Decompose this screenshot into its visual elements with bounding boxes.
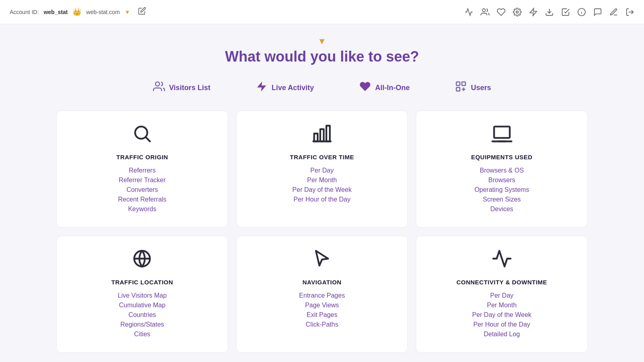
account-url[interactable]: web-stat.com xyxy=(86,9,120,15)
svg-point-0 xyxy=(483,8,485,11)
pulse-icon xyxy=(491,248,512,272)
card-traffic-location-title: TRAFFIC LOCATION xyxy=(111,279,173,286)
tab-live-activity-label: Live Activity xyxy=(272,84,314,92)
live-activity-icon xyxy=(256,80,268,95)
svg-point-1 xyxy=(516,11,518,13)
cursor-icon xyxy=(312,248,332,272)
link-referrers[interactable]: Referrers xyxy=(129,167,156,174)
chat-icon[interactable] xyxy=(593,8,602,16)
card-traffic-location-links: Live Visitors Map Cumulative Map Countri… xyxy=(118,292,167,338)
svg-line-14 xyxy=(146,138,150,141)
search-icon xyxy=(132,123,153,147)
tab-users[interactable]: Users xyxy=(448,77,497,99)
tab-visitors-list-label: Visitors List xyxy=(169,84,211,92)
link-per-day[interactable]: Per Day xyxy=(310,167,334,174)
link-live-visitors-map[interactable]: Live Visitors Map xyxy=(118,292,167,299)
card-traffic-over-time-links: Per Day Per Month Per Day of the Week Pe… xyxy=(292,167,351,203)
card-connectivity: CONNECTIVITY & DOWNTIME Per Day Per Mont… xyxy=(416,236,588,353)
link-conn-per-hour-of-day[interactable]: Per Hour of the Day xyxy=(473,321,530,328)
nav-icons xyxy=(464,8,634,16)
tab-all-in-one[interactable]: All-In-One xyxy=(353,77,416,99)
card-equipments-used: EQUIPMENTS USED Browsers & OS Browsers O… xyxy=(416,111,588,228)
bar-chart-icon xyxy=(312,123,332,147)
card-equipments-used-title: EQUIPMENTS USED xyxy=(471,154,533,160)
card-traffic-origin-links: Referrers Referrer Tracker Converters Re… xyxy=(118,167,166,213)
header-arrow-icon: ▼ xyxy=(56,36,588,47)
svg-rect-19 xyxy=(494,127,510,138)
link-page-views[interactable]: Page Views xyxy=(305,302,339,309)
svg-rect-11 xyxy=(462,82,466,86)
link-browsers-os[interactable]: Browsers & OS xyxy=(480,167,524,174)
link-countries[interactable]: Countries xyxy=(128,311,156,319)
card-navigation-title: NAVIGATION xyxy=(303,279,342,286)
analytics-icon[interactable] xyxy=(464,8,473,16)
settings-icon[interactable] xyxy=(513,8,522,16)
checkbox-icon[interactable] xyxy=(561,8,570,16)
svg-point-8 xyxy=(155,82,159,86)
link-referrer-tracker[interactable]: Referrer Tracker xyxy=(119,177,165,184)
logout-icon[interactable] xyxy=(625,8,634,16)
dropdown-arrow-icon[interactable]: ▼ xyxy=(125,9,130,15)
card-equipments-used-links: Browsers & OS Browsers Operating Systems… xyxy=(475,167,529,213)
bolt-icon[interactable] xyxy=(529,8,538,16)
svg-marker-9 xyxy=(257,82,266,92)
visitors-list-icon xyxy=(153,80,165,95)
link-operating-systems[interactable]: Operating Systems xyxy=(475,186,529,193)
link-per-hour-of-day[interactable]: Per Hour of the Day xyxy=(293,196,350,203)
link-per-day-of-week[interactable]: Per Day of the Week xyxy=(292,186,351,193)
link-keywords[interactable]: Keywords xyxy=(128,206,156,213)
link-cumulative-map[interactable]: Cumulative Map xyxy=(119,302,166,309)
top-navigation: Account ID: web_stat 👑 web-stat.com ▼ xyxy=(0,0,644,24)
account-label: Account ID: xyxy=(10,9,39,15)
card-navigation: NAVIGATION Entrance Pages Page Views Exi… xyxy=(236,236,408,353)
card-traffic-origin: TRAFFIC ORIGIN Referrers Referrer Tracke… xyxy=(56,111,228,228)
download-icon[interactable] xyxy=(545,8,554,16)
page-header: ▼ What would you like to see? xyxy=(56,36,588,65)
cards-grid: TRAFFIC ORIGIN Referrers Referrer Tracke… xyxy=(56,111,588,353)
link-conn-per-day-of-week[interactable]: Per Day of the Week xyxy=(472,311,531,319)
link-detailed-log[interactable]: Detailed Log xyxy=(484,331,520,338)
link-conn-per-month[interactable]: Per Month xyxy=(487,302,517,309)
tab-users-label: Users xyxy=(471,84,491,92)
card-connectivity-links: Per Day Per Month Per Day of the Week Pe… xyxy=(472,292,531,338)
link-recent-referrals[interactable]: Recent Referrals xyxy=(118,196,166,203)
card-connectivity-title: CONNECTIVITY & DOWNTIME xyxy=(456,279,547,286)
link-browsers[interactable]: Browsers xyxy=(488,177,515,184)
heart-nav-icon[interactable] xyxy=(497,8,506,16)
link-cities[interactable]: Cities xyxy=(134,331,150,338)
info-icon[interactable] xyxy=(577,8,586,16)
link-devices[interactable]: Devices xyxy=(490,206,513,213)
svg-rect-12 xyxy=(456,88,460,91)
link-screen-sizes[interactable]: Screen Sizes xyxy=(483,196,521,203)
svg-rect-15 xyxy=(314,134,318,142)
pencil-icon[interactable] xyxy=(609,8,618,16)
users-icon xyxy=(455,80,467,95)
svg-rect-10 xyxy=(456,82,460,86)
tab-live-activity[interactable]: Live Activity xyxy=(249,77,320,99)
edit-account-icon[interactable] xyxy=(138,7,146,17)
link-regions-states[interactable]: Regions/States xyxy=(120,321,164,328)
svg-marker-2 xyxy=(530,8,537,15)
tab-all-in-one-label: All-In-One xyxy=(375,84,410,92)
card-traffic-over-time: TRAFFIC OVER TIME Per Day Per Month Per … xyxy=(236,111,408,228)
link-exit-pages[interactable]: Exit Pages xyxy=(307,311,337,319)
link-per-month[interactable]: Per Month xyxy=(307,177,337,184)
card-traffic-over-time-title: TRAFFIC OVER TIME xyxy=(290,154,354,160)
card-traffic-location: TRAFFIC LOCATION Live Visitors Map Cumul… xyxy=(56,236,228,353)
nav-tabs: Visitors List Live Activity All-In-One U… xyxy=(56,77,588,99)
link-click-paths[interactable]: Click-Paths xyxy=(306,321,339,328)
svg-rect-17 xyxy=(326,126,330,142)
page-title: What would you like to see? xyxy=(56,48,588,65)
main-content: ▼ What would you like to see? Visitors L… xyxy=(0,24,644,362)
laptop-icon xyxy=(491,123,512,147)
link-conn-per-day[interactable]: Per Day xyxy=(490,292,514,299)
group-users-icon[interactable] xyxy=(481,8,489,16)
card-navigation-links: Entrance Pages Page Views Exit Pages Cli… xyxy=(299,292,345,328)
all-in-one-icon xyxy=(359,80,371,95)
globe-icon xyxy=(132,248,153,272)
svg-rect-16 xyxy=(320,129,324,141)
link-converters[interactable]: Converters xyxy=(126,186,158,193)
svg-point-13 xyxy=(135,127,147,139)
tab-visitors-list[interactable]: Visitors List xyxy=(147,77,217,99)
link-entrance-pages[interactable]: Entrance Pages xyxy=(299,292,345,299)
